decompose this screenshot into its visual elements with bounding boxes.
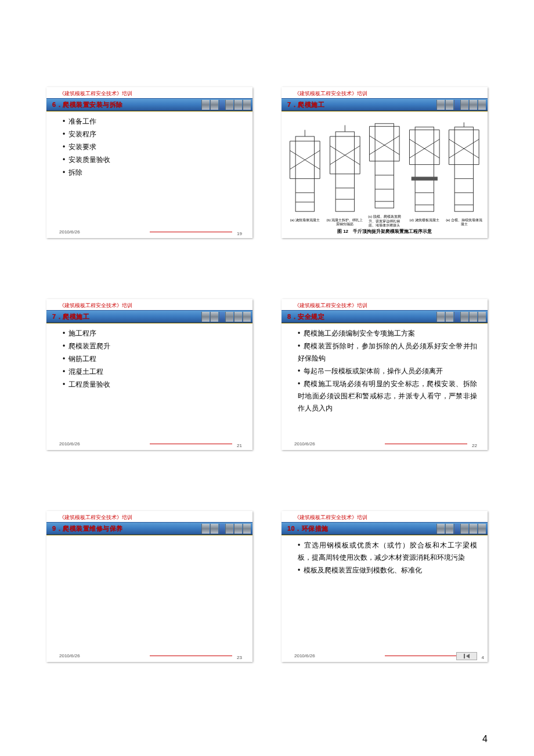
footer-page-number: 23 xyxy=(237,655,242,660)
slide-title: 6．爬模装置安装与拆除 xyxy=(52,100,123,109)
slide-23: 《建筑模板工程安全技术》培训 9．爬模装置维修与保养 2010/6/26 23 xyxy=(46,511,252,662)
slide-body: 宜选用钢模板或优质木（或竹）胶合板和木工字梁模板，提高周转使用次数，减少木材资源… xyxy=(282,535,488,651)
footer-page-number: 22 xyxy=(472,443,477,448)
formwork-schematic-icon xyxy=(406,121,443,217)
formwork-schematic-icon xyxy=(366,118,403,214)
svg-rect-0 xyxy=(295,136,314,211)
course-label: 《建筑模板工程安全技术》培训 xyxy=(282,299,488,310)
slide-title: 10．环保措施 xyxy=(287,524,329,533)
slide-19: 《建筑模板工程安全技术》培训 6．爬模装置安装与拆除 准备工作 安装程序 安装要… xyxy=(46,87,252,238)
footer-page-number: 19 xyxy=(237,231,242,236)
title-bar: 9．爬模装置维修与保养 xyxy=(46,522,252,535)
slide-title: 8．安全规定 xyxy=(287,312,324,321)
diagram-label: (d) 浇筑楼板混凝土 xyxy=(410,218,439,228)
list-item: 模板及爬模装置应做到模数化、标准化 xyxy=(298,564,477,577)
diagram-col-b: (b) 混凝土拆护、绑扎上层钢分隔筋 xyxy=(326,121,364,228)
course-label: 《建筑模板工程安全技术》培训 xyxy=(46,299,252,310)
slide-title: 7．爬模施工 xyxy=(287,100,324,109)
banner-decoration-icon xyxy=(436,524,486,534)
list-item: 工程质量验收 xyxy=(63,379,242,391)
title-bar: 7．爬模施工 xyxy=(46,310,252,323)
diagram-label: (c) 脱模、爬模装置爬升、设置穿边绑扎钢筋、堵墙体水嘴接头 xyxy=(366,215,403,228)
svg-rect-30 xyxy=(415,127,434,211)
list-item: 安装质量验收 xyxy=(63,154,242,166)
diagram-label: (e) 合模、持续筑墙体混凝土 xyxy=(445,218,483,228)
slide-body: 施工程序 爬模装置爬升 钢筋工程 混凝土工程 工程质量验收 xyxy=(46,323,252,440)
list-item: 安装要求 xyxy=(63,141,242,153)
list-item: 爬模施工必须编制安全专项施工方案 xyxy=(298,327,477,340)
slide-footer: 2010/6/26 22 xyxy=(282,440,488,450)
slide-footer: 2010/6/26 23 xyxy=(46,651,252,662)
title-bar: 6．爬模装置安装与拆除 xyxy=(46,98,252,111)
slide-grid: 《建筑模板工程安全技术》培训 6．爬模装置安装与拆除 准备工作 安装程序 安装要… xyxy=(46,87,488,662)
list-item: 每起吊一段模板或架体前，操作人员必须离开 xyxy=(298,365,477,377)
title-bar: 7．爬模施工 xyxy=(282,98,488,111)
svg-rect-20 xyxy=(375,124,394,208)
banner-decoration-icon xyxy=(201,524,251,534)
diagram-body: (a) 浇筑墙体混凝土 xyxy=(282,111,488,238)
footer-page-number: 4 xyxy=(482,655,484,660)
diagram-col-c: (c) 脱模、爬模装置爬升、设置穿边绑扎钢筋、堵墙体水嘴接头 xyxy=(366,118,403,228)
list-item: 混凝土工程 xyxy=(63,366,242,378)
diagram-caption: 图 12 千斤顶拘提升架爬模装置施工程序示意 xyxy=(286,228,483,236)
diagram-col-a: (a) 浇筑墙体混凝土 xyxy=(286,121,324,228)
title-bar: 8．安全规定 xyxy=(282,310,488,323)
footer-rule xyxy=(150,656,233,656)
slide-footer: 2010/6/26 4 xyxy=(282,651,488,662)
diagram-label: (a) 浇筑墙体混凝土 xyxy=(290,218,320,228)
formwork-schematic-icon xyxy=(445,121,483,217)
list-item: 拆除 xyxy=(63,167,242,179)
list-item: 准备工作 xyxy=(63,116,242,128)
banner-decoration-icon xyxy=(201,100,251,110)
slide-diagram: 《建筑模板工程安全技术》培训 7．爬模施工 xyxy=(282,87,488,238)
formwork-schematic-icon xyxy=(326,121,364,217)
handout-page-number: 4 xyxy=(482,734,488,744)
banner-decoration-icon xyxy=(436,100,486,110)
course-label: 《建筑模板工程安全技术》培训 xyxy=(46,511,252,522)
slide-title: 7．爬模施工 xyxy=(52,312,89,321)
title-bar: 10．环保措施 xyxy=(282,522,488,535)
footer-rule xyxy=(385,444,468,444)
footer-rule xyxy=(385,656,468,656)
diagram-col-d: (d) 浇筑楼板混凝土 xyxy=(406,121,443,228)
slide-footer: 2010/6/26 21 xyxy=(46,440,252,450)
list-item: 施工程序 xyxy=(63,327,242,340)
list-item: 钢筋工程 xyxy=(63,353,242,365)
list-item: 爬模装置爬升 xyxy=(63,340,242,352)
list-item: 宜选用钢模板或优质木（或竹）胶合板和木工字梁模板，提高周转使用次数，减少木材资源… xyxy=(298,539,477,564)
slide-body: 爬模施工必须编制安全专项施工方案 爬模装置拆除时，参加拆除的人员必须系好安全带并… xyxy=(282,323,488,440)
slide-title: 9．爬模装置维修与保养 xyxy=(52,524,123,533)
svg-rect-40 xyxy=(455,127,474,211)
slide-body: 准备工作 安装程序 安装要求 安装质量验收 拆除 xyxy=(46,111,252,228)
diagram-row: (a) 浇筑墙体混凝土 xyxy=(286,113,483,228)
handout-page: 《建筑模板工程安全技术》培训 6．爬模装置安装与拆除 准备工作 安装程序 安装要… xyxy=(0,0,534,756)
banner-decoration-icon xyxy=(201,312,251,322)
slide-22: 《建筑模板工程安全技术》培训 8．安全规定 爬模施工必须编制安全专项施工方案 爬… xyxy=(282,299,488,450)
nav-prev-icon[interactable] xyxy=(456,652,477,660)
course-label: 《建筑模板工程安全技术》培训 xyxy=(282,87,488,98)
diagram-label: (b) 混凝土拆护、绑扎上层钢分隔筋 xyxy=(326,218,364,228)
slide-body xyxy=(46,535,252,651)
slide-21: 《建筑模板工程安全技术》培训 7．爬模施工 施工程序 爬模装置爬升 钢筋工程 混… xyxy=(46,299,252,450)
slide-24: 《建筑模板工程安全技术》培训 10．环保措施 宜选用钢模板或优质木（或竹）胶合板… xyxy=(282,511,488,662)
formwork-schematic-icon xyxy=(286,121,324,217)
slide-footer: 2010/6/26 19 xyxy=(46,228,252,238)
list-item: 爬模施工现场必须有明显的安全标志，爬模安装、拆除时地面必须设围栏和警戒标志，并派… xyxy=(298,378,477,415)
svg-rect-37 xyxy=(411,177,437,180)
footer-page-number: 21 xyxy=(237,443,242,448)
course-label: 《建筑模板工程安全技术》培训 xyxy=(282,511,488,522)
list-item: 爬模装置拆除时，参加拆除的人员必须系好安全带并扣好保险钩 xyxy=(298,340,477,365)
list-item: 安装程序 xyxy=(63,128,242,141)
course-label: 《建筑模板工程安全技术》培训 xyxy=(46,87,252,98)
diagram-col-e: (e) 合模、持续筑墙体混凝土 xyxy=(445,121,483,228)
footer-rule xyxy=(150,232,233,232)
footer-rule xyxy=(150,444,233,444)
banner-decoration-icon xyxy=(436,312,486,322)
